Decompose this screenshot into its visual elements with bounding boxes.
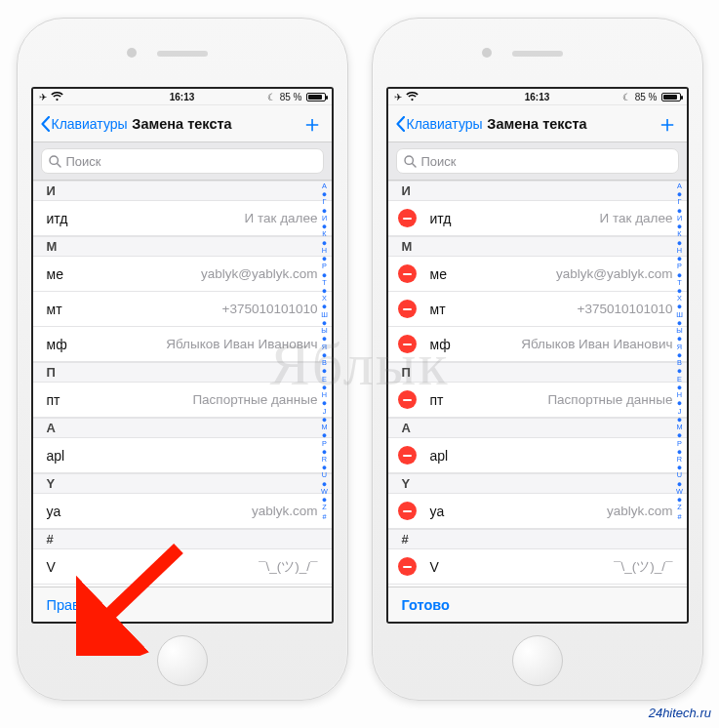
back-button[interactable]: Клавиатуры [41,116,128,132]
credit: 24hitech.ru [649,706,711,720]
shortcut-label: ya [430,504,445,519]
delete-button[interactable] [398,557,417,576]
battery-pct: 85 % [280,92,302,102]
shortcut-label: V [430,559,439,575]
list-item[interactable]: apl [388,438,687,473]
search-input[interactable]: Поиск [396,148,679,174]
list-item[interactable]: V¯\_(ツ)_/¯ [33,549,332,585]
wifi-icon [406,92,419,101]
shortcut-label: V [47,559,56,575]
back-label: Клавиатуры [407,116,483,132]
delete-button[interactable] [398,300,417,318]
airplane-icon: ✈︎ [39,92,47,102]
status-bar: ✈︎ 16:13 ☾ 85 % [33,89,332,105]
replacement-value: Паспортные данные [547,392,672,407]
list-item[interactable]: птПаспортные данные [33,383,332,418]
search-icon [404,155,417,168]
add-button[interactable]: ＋ [656,112,679,136]
list-item[interactable]: мт+375010101010 [388,292,687,327]
done-button[interactable]: Готово [402,597,450,613]
list-item[interactable]: apl [33,438,332,473]
wifi-icon [51,92,63,101]
list-item[interactable]: меyablyk@yablyk.com [388,257,687,292]
section-header: М [33,236,332,257]
list-item[interactable]: yayablyk.com [388,494,687,529]
search-icon [49,155,61,168]
shortcut-label: пт [430,392,444,408]
battery-pct: 85 % [635,92,658,102]
screen-right: ✈︎ 16:13 ☾ 85 % Клавиатуры Замена текста… [386,87,689,624]
replacement-value: yablyk@yablyk.com [556,266,673,281]
list-item[interactable]: мфЯблыков Иван Иванович [33,327,332,362]
section-header: И [388,181,687,201]
search-input[interactable]: Поиск [41,148,324,174]
phone-right: ✈︎ 16:13 ☾ 85 % Клавиатуры Замена текста… [372,18,703,701]
replacement-value: Яблыков Иван Иванович [521,337,672,351]
screen-left: ✈︎ 16:13 ☾ 85 % Клавиатуры Замена текста… [31,87,334,624]
shortcut-label: итд [430,211,452,226]
section-header: П [33,362,332,383]
replacement-value: +375010101010 [578,302,673,316]
section-header: Y [33,473,332,494]
section-header: # [388,529,687,549]
add-button[interactable]: ＋ [300,112,324,136]
shortcut-label: apl [430,448,449,464]
replacement-value: Паспортные данные [192,392,317,407]
list-item[interactable]: V¯\_(ツ)_/¯ [388,549,687,585]
shortcut-label: мф [47,337,67,352]
status-time: 16:13 [525,92,550,102]
shortcut-label: ме [47,266,63,282]
moon-icon: ☾ [267,92,276,102]
section-header: И [33,181,332,201]
svg-line-1 [57,163,60,167]
list-item[interactable]: yayablyk.com [33,494,332,529]
replacement-value: ¯\_(ツ)_/¯ [614,558,672,576]
shortcut-label: пт [47,392,60,408]
section-header: A [388,418,687,438]
replacement-value: Яблыков Иван Иванович [166,337,317,351]
back-button[interactable]: Клавиатуры [396,116,483,132]
list-item[interactable]: итдИ так далее [388,201,687,236]
search-placeholder: Поиск [66,154,101,169]
shortcut-label: мт [47,302,62,317]
delete-button[interactable] [398,335,417,353]
airplane-icon: ✈︎ [394,92,402,102]
shortcut-label: apl [47,448,65,464]
delete-button[interactable] [398,502,417,520]
edit-button[interactable]: Править [47,597,102,613]
shortcut-label: ме [430,266,447,282]
chevron-left-icon [41,116,50,132]
replacement-value: И так далее [245,211,318,225]
delete-button[interactable] [398,264,417,283]
replacement-value: И так далее [600,211,673,225]
list-item[interactable]: итдИ так далее [33,201,332,236]
svg-line-3 [412,163,416,167]
list-item[interactable]: мфЯблыков Иван Иванович [388,327,687,362]
section-header: A [33,418,332,438]
index-bar[interactable]: А●Г●И●К●Н●Р●Т●Х●Ш●Ы●Я●B●E●H●J●M●P●R●U●W●… [319,181,331,557]
delete-button[interactable] [398,390,417,409]
battery-icon [306,93,326,101]
index-bar[interactable]: А●Г●И●К●Н●Р●Т●Х●Ш●Ы●Я●B●E●H●J●M●P●R●U●W●… [674,181,686,557]
replacement-value: yablyk.com [607,504,673,518]
shortcut-label: мф [430,337,451,352]
status-bar: ✈︎ 16:13 ☾ 85 % [388,89,687,105]
replacement-value: yablyk@yablyk.com [201,266,318,281]
section-header: П [388,362,687,383]
list-right[interactable]: ИитдИ так далееМмеyablyk@yablyk.comмт+37… [388,181,687,586]
list-item[interactable]: птПаспортные данные [388,383,687,418]
delete-button[interactable] [398,209,417,227]
delete-button[interactable] [398,446,417,465]
toolbar-right: Готово [388,586,687,622]
shortcut-label: итд [47,211,68,226]
list-item[interactable]: меyablyk@yablyk.com [33,257,332,292]
list-item[interactable]: мт+375010101010 [33,292,332,327]
search-placeholder: Поиск [421,154,457,169]
status-time: 16:13 [170,92,195,102]
section-header: # [33,529,332,549]
replacement-value: yablyk.com [252,504,318,518]
back-label: Клавиатуры [52,116,128,132]
list-left[interactable]: ИитдИ так далееМмеyablyk@yablyk.comмт+37… [33,181,332,586]
chevron-left-icon [396,116,405,132]
section-header: М [388,236,687,257]
